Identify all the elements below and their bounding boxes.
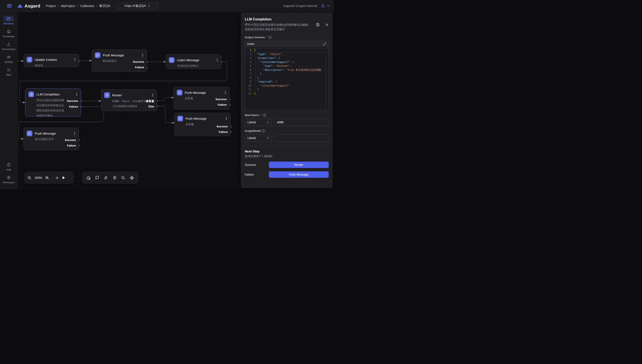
expand-icon[interactable] [323,42,326,46]
router-node-icon[interactable] [104,176,108,180]
code-line[interactable]: 4 "isCustomerSupport": { [245,60,328,64]
node-menu-icon[interactable] [216,58,219,62]
topbar: Asgard Project / MyProject / Collection … [0,0,334,12]
code-line[interactable]: 3 "properties": { [245,56,328,60]
image-blob-input[interactable] [274,134,329,142]
node-push-message-customer[interactable]: Push Message 是客服 Success Failure [173,87,230,110]
asgard-logo-icon [18,4,23,8]
image-blob-mode-select[interactable]: Literal [245,134,272,142]
menu-icon[interactable] [7,4,12,8]
breadcrumb-collection[interactable]: Collection [80,4,94,8]
chevron-down-icon[interactable] [327,5,330,7]
breadcrumb-project[interactable]: Project [46,4,56,8]
upload-icon [4,41,14,47]
output-label-success: Success [216,98,227,101]
node-update-context[interactable]: Update Context 初始化 [24,54,79,68]
output-label-else: Else [148,105,154,108]
sidebar-item-knowledge[interactable]: Knowledge [3,28,15,38]
workflow-selector[interactable]: Copy of 飯店QA [116,2,158,9]
zoom-in-button[interactable] [45,176,49,180]
code-line[interactable]: 12} [245,92,328,96]
node-subtitle: 呼叫大型語言模型並產生結構化的資料輸出以輔助流程的決策或生成自然語言輸出 [36,98,67,118]
sidebar-item-label: Settings [5,60,13,63]
fit-view-icon[interactable] [130,176,134,180]
sidebar-item-environment[interactable]: Environment [2,41,15,50]
output-label-failure: Failure [69,105,78,108]
code-line[interactable]: 1{ [245,48,328,52]
required-asterisk: * [261,114,262,117]
zoom-out-button[interactable] [28,176,32,180]
node-router[interactable]: Router 依據If、Else If、Else條件決定工作流程執行的路徑 是客… [101,89,157,111]
node-title: Listen Message [177,58,199,62]
chat-bubble-icon [27,130,32,136]
node-subtitle: 初始化 [35,63,76,68]
user-icon[interactable] [321,4,325,8]
message-node-icon[interactable] [95,176,99,180]
next-step-success-button[interactable]: Router [269,162,329,168]
breadcrumb-separator: / [77,4,78,8]
node-menu-icon[interactable] [73,132,76,135]
node-listen-message[interactable]: Listen Message 等待訊息內容輸入 [166,54,222,69]
info-icon[interactable]: i [262,129,265,132]
sliders-icon [4,54,14,60]
folder-icon [4,16,14,22]
node-menu-icon[interactable] [225,117,228,120]
add-node-icon[interactable] [86,176,91,180]
close-icon[interactable] [325,23,328,26]
node-push-message-welcome[interactable]: Push Message 顯示歡迎詞 Success Failure [92,49,147,72]
next-step-failure-button[interactable]: Push Message [269,171,329,178]
info-icon[interactable]: i [268,36,272,39]
help-icon [4,162,14,168]
llm-node-icon[interactable] [112,176,117,180]
code-line[interactable]: 6 "description": "true 表示使用者正在詢問關 [245,68,328,72]
save-icon[interactable] [316,23,320,26]
swap-arrows-icon [104,92,110,98]
output-label-failure: Failure [135,66,144,69]
breadcrumb-myproject[interactable]: MyProject [61,4,75,8]
chat-bubble-icon [169,57,174,63]
max-tokens-mode-select[interactable]: Literal [245,119,272,126]
code-area[interactable]: 1{2 "type": "object",3 "properties": {4 … [245,47,328,110]
node-menu-icon[interactable] [74,58,76,62]
sidebar-item-workspace[interactable]: Workspace [3,174,15,184]
code-line[interactable]: 10 "isCustomerSupport" [245,84,328,88]
panel-divider [241,146,332,146]
schema-editor[interactable]: Editor 1{2 "type": "object",3 "propertie… [245,41,329,110]
run-button[interactable] [62,176,65,180]
next-step-success-label: Success [245,163,269,166]
node-menu-icon[interactable] [152,93,154,97]
sidebar-item-label: Knowledge [3,35,15,38]
edge-router-else [157,106,171,123]
node-title: Push Message [185,117,206,120]
code-line[interactable]: 2 "type": "object", [245,52,328,56]
llm-icon [28,92,34,97]
node-subtitle: 等待訊息內容輸入 [177,63,219,68]
node-menu-icon[interactable] [224,91,227,94]
sidebar: Workflows Knowledge Environment Settings [0,12,18,189]
topbar-right: AsgardAI (Asgard Internal) [283,4,330,8]
code-line[interactable]: 5 "type": "boolean", [245,64,328,68]
node-llm-completion[interactable]: LLM Completion 呼叫大型語言模型並產生結構化的資料輸出以輔助流程的… [25,88,81,117]
code-line[interactable]: 9 "required": [ [245,80,328,84]
search-icon[interactable] [121,176,125,180]
info-icon[interactable]: i [263,114,266,117]
node-push-message-not-customer[interactable]: Push Message 非客服 Success Failure [174,113,231,136]
sidebar-item-help[interactable]: Help [4,162,14,171]
updown-chevron-icon [267,121,269,124]
max-tokens-input[interactable] [274,119,329,126]
breadcrumb-workflow[interactable]: 飯店QA [99,4,110,8]
output-label-success: Success [217,125,228,128]
panel-title: LLM Completion [245,18,329,21]
node-menu-icon[interactable] [142,53,144,57]
chat-bubble-icon [177,90,182,96]
sidebar-item-settings[interactable]: Settings [4,54,14,63]
code-line[interactable]: 11 ] [245,88,328,92]
code-line[interactable]: 7 } [245,72,328,76]
code-line[interactable]: 8 }, [245,76,328,80]
add-button[interactable] [55,176,59,180]
sidebar-item-workflows[interactable]: Workflows [4,16,14,25]
node-push-message-throttle[interactable]: Push Message 表示流量控管中 Success Failure [24,128,79,150]
panel-description: 呼叫大型語言模型並產生結構化的資料輸出以輔助流程的決策或生成自然語言輸出 [245,22,309,32]
node-menu-icon[interactable] [76,92,78,96]
sidebar-item-apps[interactable]: Apps [4,67,14,76]
